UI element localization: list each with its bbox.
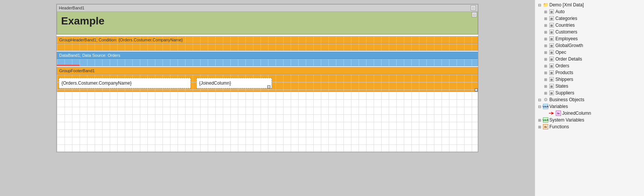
- functions-icon: fx: [543, 124, 549, 130]
- table-icon-opec: ▦: [549, 49, 555, 55]
- header-band-label: HeaderBand1: [59, 6, 84, 10]
- table-icon-suppliers: ▦: [549, 90, 555, 96]
- canvas-area: HeaderBand1 □ □ Example GroupHeaderBand1…: [0, 0, 535, 196]
- expander-products[interactable]: ⊞: [543, 70, 549, 76]
- tree-item-orders[interactable]: ⊞ ▦ Orders: [535, 62, 644, 69]
- sys-variables-icon: VAR: [543, 117, 549, 123]
- resize-handle[interactable]: [475, 88, 478, 91]
- variables-label: Variables: [549, 104, 568, 109]
- tree-item-variables[interactable]: ⊟ VAR Variables: [535, 103, 644, 110]
- header-band-content: □ Example: [57, 12, 478, 34]
- header-band-corner-btn[interactable]: □: [471, 5, 476, 11]
- expander-functions[interactable]: ⊞: [537, 124, 543, 130]
- table-icon-shippers: ▦: [549, 76, 555, 82]
- group-footer-band: GroupFooterBand1 {Orders.Costumer.Compan…: [57, 67, 478, 92]
- variables-icon: VAR: [543, 103, 549, 109]
- tree-item-root[interactable]: ⊟ 📁 Demo [Xml Data]: [535, 2, 644, 8]
- tree-item-order-details[interactable]: ⊞ ▦ Order Details: [535, 56, 644, 62]
- table-icon-orders: ▦: [549, 63, 555, 69]
- group-footer-band-bar: GroupFooterBand1: [57, 67, 478, 74]
- red-arrow-annotation: [636, 110, 644, 116]
- table-icon-order-details: ▦: [549, 56, 555, 62]
- data-band-content: [57, 59, 478, 66]
- expander-globalgrowth[interactable]: ⊞: [543, 43, 549, 49]
- expander-categories[interactable]: ⊞: [543, 15, 549, 21]
- table-icon-employees: ▦: [549, 36, 555, 42]
- biz-objects-icon: ⚙: [543, 97, 549, 103]
- group-footer-label: GroupFooterBand1: [59, 68, 95, 73]
- functions-label: Functions: [549, 124, 569, 129]
- expander-countries[interactable]: ⊞: [543, 22, 549, 28]
- expander-joined-column: [543, 110, 549, 116]
- table-icon-categories: ▦: [549, 15, 555, 21]
- group-header-label: GroupHeaderBand1; Condition: {Orders.Cos…: [59, 38, 183, 42]
- tree-item-globalgrowth[interactable]: ⊞ ▦ GlobalGrowth: [535, 42, 644, 49]
- tree-item-shippers[interactable]: ⊞ ▦ Shippers: [535, 76, 644, 83]
- group-header-content: [57, 44, 478, 50]
- group-header-band: GroupHeaderBand1; Condition: {Orders.Cos…: [57, 36, 478, 51]
- empty-grid-area: [57, 92, 478, 152]
- expander-variables[interactable]: ⊟: [537, 103, 543, 109]
- table-icon-globalgrowth: ▦: [549, 43, 555, 49]
- header-band-title-bar: HeaderBand1 □: [57, 5, 478, 12]
- expander-opec[interactable]: ⊞: [543, 49, 549, 55]
- red-arrow-icon: [549, 111, 555, 116]
- root-label: Demo [Xml Data]: [549, 2, 584, 8]
- tree-item-employees[interactable]: ⊞ ▦ Employees: [535, 35, 644, 42]
- expander-sys-variables[interactable]: ⊞: [537, 117, 543, 123]
- resize-handle-bottom[interactable]: [267, 85, 270, 88]
- company-name-field[interactable]: {Orders.Costumer.CompanyName}: [59, 78, 191, 88]
- joined-column-label: JoinedColumn: [562, 111, 591, 116]
- header-content-corner-btn[interactable]: □: [472, 12, 477, 17]
- data-band-bar: DataBand1; Data Source: Orders: [57, 52, 478, 59]
- header-band: HeaderBand1 □ □ Example: [57, 4, 478, 35]
- table-icon-products: ▦: [549, 70, 555, 76]
- table-icon-customers: ▦: [549, 29, 555, 35]
- data-band: DataBand1; Data Source: Orders: [57, 52, 478, 66]
- expander-auto[interactable]: ⊞: [543, 9, 549, 15]
- sys-variables-label: System Variables: [549, 117, 584, 123]
- tree-item-joined-column[interactable]: fx JoinedColumn: [535, 110, 644, 117]
- tree-item-suppliers[interactable]: ⊞ ▦ Suppliers: [535, 90, 644, 96]
- table-icon-states: ▦: [549, 83, 555, 89]
- joined-column-field[interactable]: {JoinedColumn}: [196, 78, 272, 88]
- joined-column-icon: [549, 110, 555, 116]
- expander-employees[interactable]: ⊞: [543, 36, 549, 42]
- header-example-text: Example: [61, 15, 104, 27]
- report-container: HeaderBand1 □ □ Example GroupHeaderBand1…: [56, 4, 478, 152]
- folder-icon-root: 📁: [543, 2, 549, 8]
- tree-item-sys-variables[interactable]: ⊞ VAR System Variables: [535, 117, 644, 123]
- tree-item-customers[interactable]: ⊞ ▦ Customers: [535, 29, 644, 35]
- tree-item-auto[interactable]: ⊞ ▦ Auto: [535, 8, 644, 15]
- biz-objects-label: Business Objects: [549, 97, 584, 102]
- expander-suppliers[interactable]: ⊞: [543, 90, 549, 96]
- tree-item-functions[interactable]: ⊞ fx Functions: [535, 123, 644, 130]
- expander-shippers[interactable]: ⊞: [543, 76, 549, 82]
- group-footer-content: {Orders.Costumer.CompanyName} {JoinedCol…: [57, 74, 478, 91]
- right-panel: ⊟ 📁 Demo [Xml Data] ⊞ ▦ Auto ⊞ ▦ Categor…: [535, 0, 644, 196]
- tree-item-biz-objects[interactable]: ⊟ ⚙ Business Objects: [535, 96, 644, 103]
- joined-col-type-icon: fx: [555, 110, 561, 116]
- expander-order-details[interactable]: ⊞: [543, 56, 549, 62]
- table-icon-countries: ▦: [549, 22, 555, 28]
- tree-item-products[interactable]: ⊞ ▦ Products: [535, 69, 644, 76]
- expander-orders[interactable]: ⊞: [543, 63, 549, 69]
- tree-item-states[interactable]: ⊞ ▦ States: [535, 83, 644, 90]
- group-header-band-bar: GroupHeaderBand1; Condition: {Orders.Cos…: [57, 36, 478, 44]
- expander-states[interactable]: ⊞: [543, 83, 549, 89]
- data-band-label: DataBand1; Data Source: Orders: [59, 53, 120, 58]
- expander-customers[interactable]: ⊞: [543, 29, 549, 35]
- expander-biz-objects[interactable]: ⊟: [537, 97, 543, 103]
- tree-item-categories[interactable]: ⊞ ▦ Categories: [535, 15, 644, 22]
- tree-item-opec[interactable]: ⊞ ▦ Opec: [535, 49, 644, 56]
- table-icon-auto: ▦: [549, 9, 555, 15]
- expander-root[interactable]: ⊟: [537, 2, 543, 8]
- tree-item-countries[interactable]: ⊞ ▦ Countries: [535, 22, 644, 29]
